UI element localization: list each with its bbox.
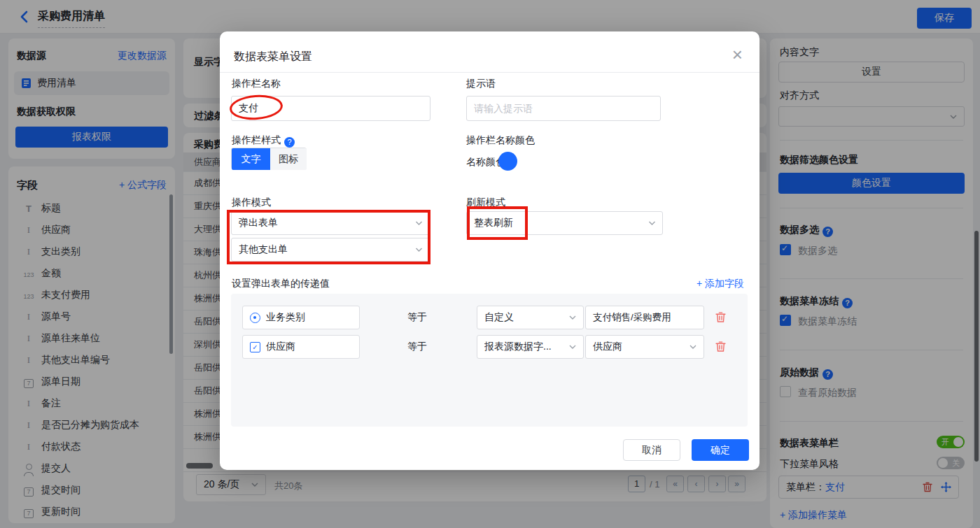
pass-value-value: 供应商: [593, 341, 622, 353]
modal-title: 数据表菜单设置: [234, 50, 312, 64]
refresh-mode-value: 整表刷新: [474, 217, 513, 229]
color-swatch[interactable]: [498, 152, 517, 171]
chevron-down-icon: [415, 220, 422, 226]
action-mode-label: 操作模式: [232, 197, 271, 209]
tip-label: 提示语: [466, 78, 496, 90]
cancel-button[interactable]: 取消: [623, 439, 680, 461]
tab-icon[interactable]: 图标: [270, 148, 307, 170]
value-source-select[interactable]: 自定义: [477, 306, 584, 329]
refresh-mode-label: 刷新模式: [466, 197, 505, 209]
pass-field-box[interactable]: ✓ 供应商: [242, 335, 360, 359]
target-form-select[interactable]: 其他支出单: [231, 238, 430, 262]
chevron-down-icon: [690, 344, 696, 350]
value-source-value: 报表源数据字...: [484, 341, 552, 353]
chevron-down-icon: [415, 247, 422, 252]
value-source-value: 自定义: [484, 311, 514, 324]
pass-field-label: 业务类别: [266, 311, 305, 324]
close-icon[interactable]: ×: [732, 44, 743, 66]
radio-icon: [250, 313, 260, 323]
action-name-input[interactable]: [231, 96, 430, 121]
operator-label: 等于: [407, 311, 427, 324]
checkbox-icon: ✓: [250, 342, 260, 352]
pass-value-input[interactable]: [585, 306, 704, 329]
menu-settings-modal: 数据表菜单设置 × 操作栏名称 提示语 操作栏样式? 文字 图标 操作栏名称颜色…: [220, 31, 760, 470]
confirm-button[interactable]: 确定: [692, 439, 749, 461]
action-mode-value: 弹出表单: [239, 217, 278, 229]
help-icon[interactable]: ?: [284, 137, 295, 148]
pass-value-select[interactable]: 供应商: [585, 335, 704, 359]
operator-label: 等于: [407, 341, 427, 353]
action-mode-select[interactable]: 弹出表单: [231, 211, 430, 235]
delete-row-icon[interactable]: [715, 341, 726, 352]
tip-input[interactable]: [466, 96, 661, 121]
pass-field-box[interactable]: 业务类别: [242, 306, 360, 329]
add-field-link[interactable]: + 添加字段: [696, 278, 744, 290]
chevron-down-icon: [569, 315, 576, 320]
pass-values-panel: 业务类别 等于 自定义 ✓ 供应商 等于 报表源数据字... 供应商: [231, 294, 748, 427]
target-form-value: 其他支出单: [239, 243, 288, 256]
chevron-down-icon: [569, 344, 576, 350]
pass-values-title: 设置弹出表单的传递值: [232, 278, 330, 290]
chevron-down-icon: [648, 220, 655, 226]
name-color-label: 操作栏名称颜色: [466, 134, 535, 147]
delete-row-icon[interactable]: [715, 311, 726, 323]
value-source-select[interactable]: 报表源数据字...: [477, 335, 584, 359]
style-tabs: 文字 图标: [231, 148, 307, 169]
action-style-label: 操作栏样式?: [232, 134, 295, 148]
tab-text[interactable]: 文字: [232, 148, 270, 170]
action-name-label: 操作栏名称: [232, 78, 281, 90]
refresh-mode-select[interactable]: 整表刷新: [466, 211, 663, 235]
pass-field-label: 供应商: [266, 341, 295, 353]
